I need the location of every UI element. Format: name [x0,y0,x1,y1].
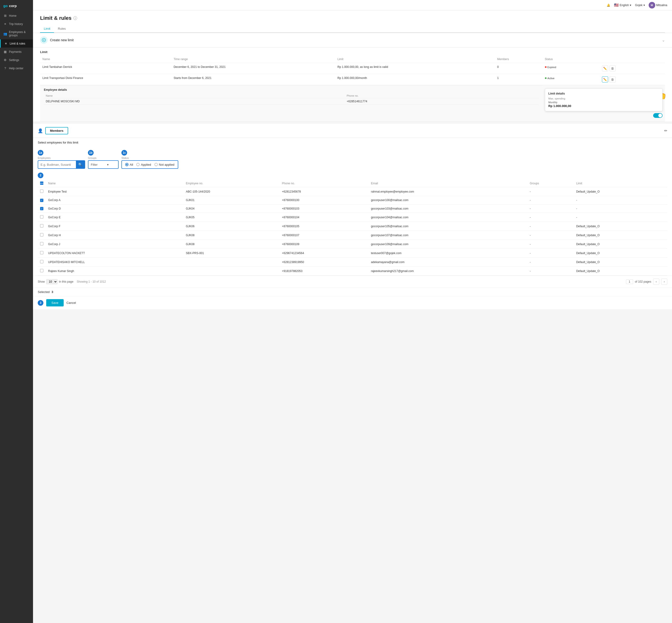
next-page-button[interactable]: › [661,278,667,285]
row-limit-9: Default_Update_O [574,267,667,275]
groups-filter-label: Groups [88,156,119,159]
user-menu[interactable]: M Mitsalina [649,2,667,8]
page-number-box[interactable]: 1 [626,279,633,284]
limit-row-2: Limit Transportasi Divisi Finance Starts… [40,74,665,85]
language-selector[interactable]: 🇺🇸 English ▾ [614,3,631,7]
save-button[interactable]: Save [46,299,64,306]
sidebar-item-limit-rules[interactable]: ≡ Limit & rules [0,39,33,48]
select-all-checkbox[interactable]: — [40,181,43,185]
members-tab-button[interactable]: Members [45,127,68,135]
row-emp-no-2: GJK04 [183,204,280,213]
edit-members-icon[interactable]: ✏ [664,128,667,133]
bell-icon: 🔔 [607,3,610,7]
row-checkbox-5[interactable] [40,233,43,236]
emp-table-row: UPDATEHISAKO MITCHELL +6281238919950 ade… [38,258,667,267]
row-emp-no-0: ABC-105-144/2020 [183,187,280,196]
sidebar-item-label: Trip history [9,22,23,26]
row-checkbox-3[interactable] [40,215,43,218]
status-dot-expired [545,66,547,68]
row-checkbox-4[interactable] [40,224,43,228]
row-limit-0: Default_Update_O [574,187,667,196]
row-emp-no-6: GJK08 [183,240,280,249]
expand-icon: ⌄ [662,38,665,42]
limit-time-2: Starts from December 6, 2021 [171,74,335,85]
toggle-active[interactable] [653,113,663,118]
limit-name-1: Limit Tambahan Derrick [40,63,171,74]
row-groups-5: - [527,231,574,240]
tab-limit[interactable]: Limit [40,25,54,33]
step-badge-1a: 1a [38,150,43,155]
row-phone-9: +918197882053 [280,267,369,275]
row-checkbox-8[interactable] [40,260,43,263]
per-page-select[interactable]: 10 25 50 [46,279,58,284]
status-filter: All Applied Not applied [121,160,178,169]
main-content: 🔔 🇺🇸 English ▾ Gojek ▾ M Mitsalina Limit… [33,0,672,623]
info-icon[interactable]: i [73,16,77,20]
emp-table-row: GoCorp H GJK08 +8760000107 gocorpuser107… [38,231,667,240]
emp-detail-phone: +628514611774 [345,98,538,105]
emp-table-row: GoCorp J GJK08 +8760000109 gocorpuser109… [38,240,667,249]
employees-filter-label: Employees [38,156,85,159]
action-icons-2: ✏️ 🗑 [602,77,663,83]
delete-button-2[interactable]: 🗑 [610,77,616,83]
row-checkbox-6[interactable] [40,242,43,245]
status-filter-group: 1c Status All Applied [121,150,178,169]
sidebar-item-label: Payments [9,50,22,54]
language-chevron-icon: ▾ [630,3,631,7]
members-header: 👤 Members ✏ [33,124,672,138]
limit-status-1: Expired [543,63,600,74]
cancel-button[interactable]: Cancel [66,301,76,304]
user-name: Mitsalina [656,3,667,7]
row-checkbox-9[interactable] [40,269,43,272]
row-checkbox-0[interactable] [40,189,43,193]
sidebar-item-label: Limit & rules [10,42,25,45]
step-badge-2: 2 [38,173,43,178]
groups-dropdown[interactable]: Filter ▾ [88,160,119,169]
limit-status-2: Active [543,74,600,85]
select-employees-label: Select employees for this limit [33,138,672,146]
notification-bell[interactable]: 🔔 [607,3,610,7]
members-section: 👤 Members ✏ Select employees for this li… [33,124,672,309]
row-limit-5: Default_Update_O [574,231,667,240]
home-icon: ⊞ [3,14,7,18]
row-groups-9: - [527,267,574,275]
tab-rules[interactable]: Rules [54,25,69,33]
row-checkbox-2[interactable]: ✓ [40,207,43,210]
delete-button-1[interactable]: 🗑 [610,65,616,71]
pagination-bar: Show 10 25 50 in this page Showing 1 - 1… [33,275,672,288]
row-name-0: Employee Test [46,187,183,196]
sidebar-item-trip-history[interactable]: ≡ Trip history [0,20,33,28]
row-phone-6: +8760000109 [280,240,369,249]
row-groups-8: - [527,258,574,267]
row-email-0: rahmat.employee@employee.com [369,187,527,196]
row-phone-5: +8760000107 [280,231,369,240]
row-checkbox-7[interactable] [40,251,43,254]
company-selector[interactable]: Gojek ▾ [635,3,645,7]
sidebar-item-payments[interactable]: ▦ Payments [0,48,33,56]
row-limit-1: - [574,196,667,205]
selected-count: 3 [52,290,53,294]
search-button[interactable]: 🔍 [76,161,85,168]
row-email-5: gocorpuser107@mailsac.com [369,231,527,240]
limit-name-2: Limit Transportasi Divisi Finance [40,74,171,85]
create-limit-bar[interactable]: Create new limit ⌄ [33,33,672,48]
radio-applied[interactable]: Applied [136,163,151,167]
sidebar-item-home[interactable]: ⊞ Home [0,11,33,20]
radio-not-applied[interactable]: Not applied [154,163,174,167]
sidebar-item-employees-groups[interactable]: 👥 Employees & groups [0,28,33,39]
filter-area: 1a Employees 🔍 1b Groups [33,146,672,173]
radio-all[interactable]: All [125,163,133,167]
employee-details: Employee details Name Phone no. [40,85,543,108]
emp-detail-table: Name Phone no. DELPHINE MOSCISKI MD +628… [44,93,539,105]
sidebar: gocorp ⊞ Home ≡ Trip history 👥 Employees… [0,0,33,623]
row-checkbox-1[interactable]: ✓ [40,199,43,202]
row-phone-1: +8760000100 [280,196,369,205]
sidebar-item-settings[interactable]: ⚙ Settings [0,56,33,64]
edit-button-2[interactable]: ✏️ [602,77,608,83]
prev-page-button[interactable]: ‹ [653,278,659,285]
show-per-page: Show 10 25 50 in this page Showing 1 - 1… [38,279,106,284]
edit-button-1[interactable]: ✏️ [602,65,608,71]
sidebar-item-help-center[interactable]: ? Help center [0,64,33,72]
step2-area: 2 [33,173,672,180]
employee-search-input[interactable] [38,163,76,167]
